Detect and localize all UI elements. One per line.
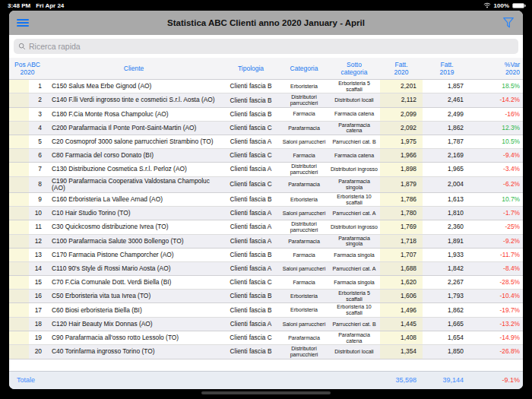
table-row[interactable]: 16 C50 Erboristeria vita tua Ivrea (TO) … [9,290,523,303]
table-row[interactable]: 14 C110 90's Style di Rossi Mario Aosta … [9,262,523,276]
pos-highlight-cell [9,135,29,148]
pos-cell: 3 [29,108,46,121]
column-header-cliente[interactable]: Cliente [46,60,222,77]
sotto-categoria-cell: Parafarmacia catena [328,122,380,135]
table-row[interactable]: 19 C90 Parafarmacia all'osso rotto Lesso… [9,331,523,345]
totale-spacer-3 [328,372,380,389]
pos-highlight-cell [9,207,29,220]
fatt-2019-cell: 2,267 [423,276,471,289]
table-row[interactable]: 12 C100 Parafarmacia Salute 3000 Bolleng… [9,235,523,249]
table-row[interactable]: 6 C80 Farmacia del corso Donato (BI) Cli… [9,149,523,163]
table-row[interactable]: 7 C130 Distribuzione Cosmetica S.r.l. Pe… [9,163,523,176]
cliente-cell: C130 Distribuzione Cosmetica S.r.l. Perl… [46,163,222,176]
column-header-fatt-2020[interactable]: Fatt. 2020 [380,60,423,77]
fatt-2019-cell: 2,499 [423,108,471,121]
home-indicator[interactable] [201,391,331,394]
var-2020-cell: -25% [471,220,523,233]
search-input[interactable] [29,42,514,51]
table-row[interactable]: 10 C10 Hair Studio Torino (TO) Clienti f… [9,207,523,220]
table-row[interactable]: 1 C150 Salus Mea Erbe Gignod (AO) Client… [9,80,523,93]
fatt-2020-cell: 2,092 [380,122,423,135]
fatt-2019-cell: 1,933 [423,249,471,261]
sotto-categoria-cell: Erboristeria 5 scaffali [328,290,380,302]
pos-cell: 1 [29,80,46,93]
column-header-fatt-2019[interactable]: Fatt. 2019 [423,60,471,77]
cliente-cell: C150 Salus Mea Erbe Gignod (AO) [46,80,222,93]
table-row[interactable]: 15 C70 F.Cia Comunale Dott. Verdi Biella… [9,276,523,290]
table-row[interactable]: 4 C200 Parafarmacia Il Ponte Pont-Saint-… [9,122,523,135]
cliente-cell: C30 Quickcosmo distribuzione Ivrea (TO) [46,220,222,233]
fatt-2020-cell: 1,786 [380,193,423,206]
fatt-2019-cell: 1,862 [423,122,471,135]
table-row[interactable]: 18 C120 Hair Beauty Mix Donnas (AO) Clie… [9,318,523,331]
table-row[interactable]: 5 C20 Cosmoprof 3000 salone parrucchieri… [9,135,523,149]
column-header-categoria[interactable]: Categoria [280,60,328,77]
fatt-2019-cell: 2,169 [423,149,471,162]
fatt-2020-cell: 1,966 [380,149,423,162]
cliente-cell: C40 Torinfarma ingrosso Torino (TO) [46,345,222,358]
table-row[interactable]: 11 C30 Quickcosmo distribuzione Ivrea (T… [9,220,523,234]
sotto-categoria-cell: Distributori ingrosso [328,220,380,233]
fatt-2019-cell: 1,810 [423,207,471,220]
fatt-2020-cell: 2,201 [380,80,423,93]
pos-cell: 20 [29,345,46,358]
var-2020-cell: -26.8% [471,345,523,358]
totale-spacer-2 [280,372,328,389]
pos-cell: 15 [29,276,46,289]
cliente-cell: C100 Parafarmacia Salute 3000 Bollengo (… [46,235,222,248]
column-header-tipologia[interactable]: Tipologia [222,60,280,77]
tipologia-cell: Clienti fascia C [222,122,280,135]
table-row[interactable]: 13 C170 Farmacia Pistone Champorcher (AO… [9,249,523,262]
fatt-2019-cell: 1,842 [423,262,471,275]
sotto-categoria-cell: Parrucchieri cat. B [328,135,380,148]
sotto-categoria-cell: Farmacia singola [328,249,380,261]
cliente-cell: C190 Parafarmacia Cooperativa Valdostana… [46,177,222,192]
pos-highlight-cell [9,193,29,206]
categoria-cell: Distributori parrucchieri [280,93,328,106]
tipologia-cell: Clienti fascia B [222,249,280,261]
pos-highlight-cell [9,262,29,275]
fatt-2020-cell: 1,879 [380,177,423,192]
tipologia-cell: Clienti fascia B [222,345,280,358]
table-row[interactable]: 8 C190 Parafarmacia Cooperativa Valdosta… [9,177,523,193]
status-time: 3:48 PM [8,2,30,9]
pos-highlight-cell [9,80,29,93]
fatt-2019-cell: 1,857 [423,80,471,93]
table-row[interactable]: 20 C40 Torinfarma ingrosso Torino (TO) C… [9,345,523,359]
pos-cell: 19 [29,331,46,344]
fatt-2019-cell: 1,965 [423,163,471,176]
totale-label: Totale [9,372,222,389]
pos-cell: 13 [29,249,46,261]
pos-highlight-cell [9,163,29,176]
column-header-pos[interactable]: Pos ABC 2020 [9,60,46,77]
pos-cell: 18 [29,318,46,331]
table-row[interactable]: 3 C180 F.Cia Monte Rosa Champoluc (AO) C… [9,108,523,122]
fatt-2020-cell: 1,496 [380,303,423,316]
sotto-categoria-cell: Erboristeria 10 scaffali [328,303,380,316]
search-field[interactable] [14,39,518,54]
pos-cell: 11 [29,220,46,233]
cliente-cell: C170 Farmacia Pistone Champorcher (AO) [46,249,222,261]
table-row[interactable]: 17 C60 Biosi erboristeria Biella (BI) Cl… [9,303,523,317]
var-2020-cell: -28.5% [471,276,523,289]
sotto-categoria-cell: Farmacia singola [328,276,380,289]
totale-var-2020: -9.1% [471,372,523,389]
table-row[interactable]: 2 C140 F.lli Verdi ingrosso tinte e cosm… [9,93,523,107]
column-header-sotto-categoria[interactable]: Sotto categoria [328,60,380,77]
filter-funnel-icon[interactable] [502,16,515,30]
pos-cell: 6 [29,149,46,162]
sotto-categoria-cell: Farmacia catena [328,108,380,121]
var-2020-cell: -14.2% [471,93,523,106]
categoria-cell: Farmacia [280,149,328,162]
fatt-2020-cell: 1,354 [380,345,423,358]
pos-cell: 2 [29,93,46,106]
categoria-cell: Distributori parrucchieri [280,345,328,358]
table-row[interactable]: 9 C160 Erboristeria La Vallee Arnad (AO)… [9,193,523,207]
categoria-cell: Farmacia [280,108,328,121]
sotto-categoria-cell: Distributori locali [328,93,380,106]
fatt-2020-cell: 1,620 [380,276,423,289]
categoria-cell: Erboristeria [280,80,328,93]
column-header-var-2020[interactable]: %Var 2020 [471,60,523,77]
pos-highlight-cell [9,318,29,331]
categoria-cell: Saloni parruccheri [280,135,328,148]
